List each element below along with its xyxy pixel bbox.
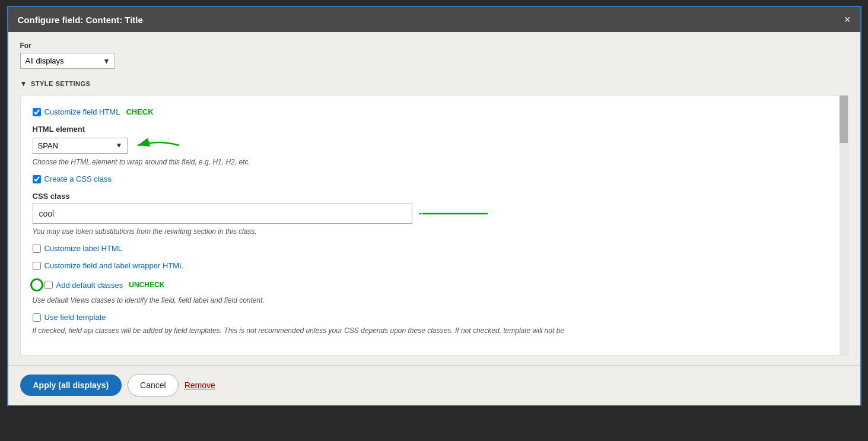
- create-css-class-checkbox[interactable]: [33, 175, 41, 183]
- customize-wrapper-html-group: Customize field and label wrapper HTML: [33, 261, 836, 270]
- use-field-template-help: If checked, field api classes will be ad…: [33, 326, 836, 335]
- html-select-wrapper: SPAN DIV H1 H2 H3 H4 H5 H6 P STRONG EM: [33, 138, 128, 154]
- section-toggle-icon[interactable]: ▼: [20, 80, 27, 88]
- add-default-classes-checkbox[interactable]: [44, 281, 53, 289]
- customize-wrapper-html-label: Customize field and label wrapper HTML: [44, 261, 184, 270]
- close-button[interactable]: ×: [844, 14, 851, 25]
- for-select[interactable]: All displays Default Page Block: [20, 53, 115, 69]
- customize-label-html-checkbox[interactable]: [33, 245, 41, 253]
- customize-label-html-row: Customize label HTML: [33, 244, 836, 253]
- for-section: For All displays Default Page Block ▼: [20, 42, 848, 69]
- customize-wrapper-html-row: Customize field and label wrapper HTML: [33, 261, 836, 270]
- content-area: Customize field HTML CHECK HTML element …: [20, 95, 848, 356]
- customize-wrapper-html-checkbox[interactable]: [33, 262, 41, 270]
- use-field-template-checkbox[interactable]: [33, 313, 41, 322]
- customize-field-html-checkbox[interactable]: [33, 108, 41, 116]
- modal-title: Configure field: Content: Title: [18, 15, 143, 25]
- html-element-row: SPAN DIV H1 H2 H3 H4 H5 H6 P STRONG EM: [33, 137, 836, 154]
- create-css-class-row: Create a CSS class: [33, 175, 836, 183]
- css-class-green-arrow-icon: [419, 205, 491, 223]
- add-default-classes-group: Add default classes UNCHECK Use default …: [33, 278, 836, 304]
- scrollbar-track[interactable]: [840, 96, 848, 355]
- configure-field-modal: Configure field: Content: Title × For Al…: [7, 6, 861, 406]
- create-css-class-group: Create a CSS class: [33, 175, 836, 183]
- create-css-class-label: Create a CSS class: [44, 175, 112, 183]
- css-class-label: CSS class: [33, 192, 836, 201]
- customize-field-html-label: Customize field HTML: [44, 107, 120, 116]
- customize-label-html-group: Customize label HTML: [33, 244, 836, 253]
- uncheck-annotation: UNCHECK: [129, 281, 164, 289]
- style-settings-title: STYLE SETTINGS: [31, 80, 91, 87]
- uncheck-circle-annotation: [30, 278, 43, 291]
- add-default-classes-help: Use default Views classes to identify th…: [33, 296, 836, 304]
- style-settings-header: ▼ STYLE SETTINGS: [20, 80, 848, 88]
- add-default-classes-row: Add default classes UNCHECK: [33, 278, 836, 291]
- modal-overlay: Configure field: Content: Title × For Al…: [0, 0, 868, 441]
- use-field-template-label: Use field template: [44, 313, 106, 322]
- customize-field-html-group: Customize field HTML CHECK: [33, 107, 836, 116]
- check-annotation: CHECK: [126, 107, 153, 116]
- customize-label-html-label: Customize label HTML: [44, 244, 123, 253]
- modal-footer: Apply (all displays) Cancel Remove: [8, 365, 860, 405]
- use-field-template-group: Use field template If checked, field api…: [33, 313, 836, 335]
- modal-header: Configure field: Content: Title ×: [8, 7, 860, 32]
- css-class-help: You may use token substitutions from the…: [33, 227, 836, 236]
- for-label: For: [20, 42, 848, 50]
- css-class-input-row: [33, 204, 836, 224]
- modal-body: For All displays Default Page Block ▼ ▼ …: [8, 32, 860, 365]
- html-element-help: Choose the HTML element to wrap around t…: [33, 158, 836, 166]
- css-class-input[interactable]: [33, 204, 412, 224]
- html-element-label: HTML element: [33, 125, 836, 134]
- css-class-group: CSS class You may: [33, 192, 836, 236]
- remove-button[interactable]: Remove: [185, 380, 215, 390]
- for-select-wrapper: All displays Default Page Block ▼: [20, 53, 115, 69]
- customize-field-html-row: Customize field HTML CHECK: [33, 107, 836, 116]
- apply-button[interactable]: Apply (all displays): [20, 375, 122, 396]
- html-element-group: HTML element SPAN DIV H1 H2 H3 H4 H5: [33, 125, 836, 166]
- add-default-classes-label: Add default classes: [56, 281, 123, 290]
- html-element-select[interactable]: SPAN DIV H1 H2 H3 H4 H5 H6 P STRONG EM: [33, 138, 128, 154]
- green-arrow-annotation: [135, 137, 182, 154]
- use-field-template-row: Use field template: [33, 313, 836, 322]
- cancel-button[interactable]: Cancel: [128, 374, 179, 396]
- scrollbar-thumb[interactable]: [840, 96, 848, 143]
